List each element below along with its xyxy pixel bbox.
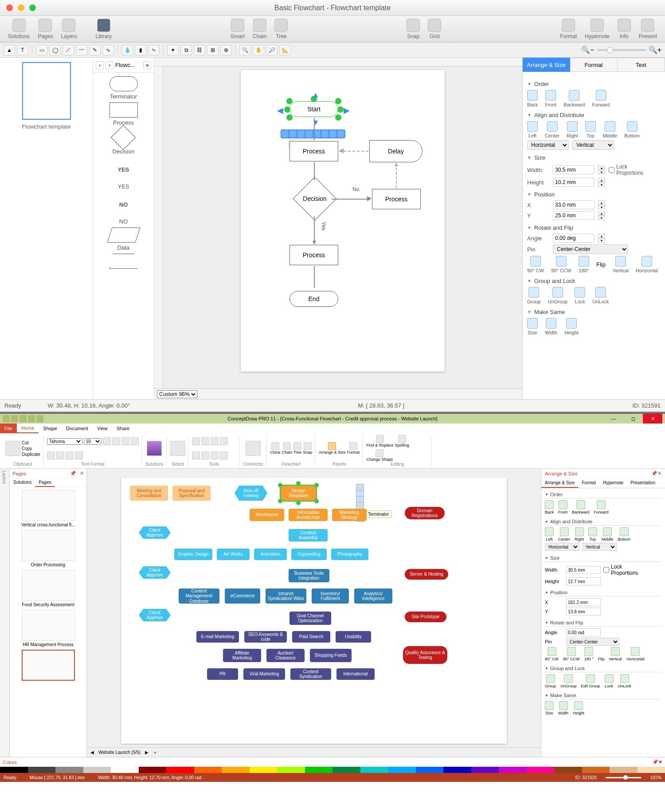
hypernote-button[interactable]: Hypernote — [582, 18, 612, 40]
node-prototype[interactable]: Site Prototype — [405, 612, 446, 622]
angle-input[interactable] — [566, 628, 601, 636]
rot-ccw[interactable]: 90° CCW — [563, 647, 580, 661]
same-size-button[interactable]: Size — [527, 318, 538, 335]
node-qa[interactable]: Quality Assurance & Testing — [403, 646, 447, 664]
stencil-decision[interactable]: Decision — [113, 129, 135, 155]
height-input[interactable] — [553, 178, 595, 187]
next-page-button[interactable]: ▶ — [145, 750, 149, 755]
align-center-button[interactable]: Center — [545, 121, 559, 138]
align-bottom-button[interactable]: Bottom — [624, 121, 640, 138]
height-input[interactable] — [566, 577, 601, 585]
pin-icon[interactable]: 📌 — [652, 759, 658, 765]
rot-180-button[interactable]: 180° — [579, 256, 589, 273]
step-up[interactable]: ▲ — [598, 200, 605, 205]
stencil-yes[interactable]: YESYES — [112, 157, 136, 190]
step-up[interactable]: ▲ — [598, 178, 605, 182]
qa-print-button[interactable] — [28, 415, 35, 422]
snap-button[interactable]: Snap — [404, 18, 422, 40]
close-button[interactable]: ✕ — [643, 414, 662, 424]
menu-home[interactable]: Home — [17, 424, 39, 433]
node-design-selected[interactable]: Design Templates — [281, 486, 316, 501]
chain-mode-tool[interactable]: ⛓ — [194, 45, 205, 55]
sel-handle[interactable] — [335, 114, 341, 121]
node-process[interactable]: Process — [289, 141, 338, 161]
connector-tool[interactable]: ⤷ — [148, 45, 160, 55]
extend-right-arrow[interactable]: ▶ — [344, 106, 350, 115]
sel-handle[interactable] — [296, 481, 301, 486]
node-intl[interactable]: International — [336, 668, 375, 680]
ungroup-button[interactable]: UnGroup — [560, 674, 577, 688]
rot-cw[interactable]: 90° CW — [545, 647, 559, 661]
step-down[interactable]: ▼ — [598, 170, 605, 174]
distribute-v-select[interactable]: Vertical — [572, 140, 614, 150]
wtab-arrange[interactable]: Arrange & Size — [541, 479, 578, 488]
node-delay[interactable]: Delay — [369, 140, 422, 162]
section-size[interactable]: Size — [527, 154, 661, 161]
y-input[interactable] — [566, 608, 601, 616]
format-panel-button[interactable] — [349, 442, 357, 450]
zoom-slider[interactable]: 🔍− 🔍+ — [581, 46, 661, 54]
dist-v[interactable]: Vertical — [582, 543, 617, 551]
ctx-shape-icon[interactable] — [289, 130, 297, 137]
flip-h[interactable]: Horizontal — [626, 647, 645, 661]
rot-cw-button[interactable]: 90° CW — [527, 256, 544, 273]
sel-handle[interactable] — [278, 499, 282, 503]
zoom-slider[interactable] — [606, 777, 641, 778]
qa-undo-button[interactable] — [11, 415, 18, 422]
fontsize-select[interactable]: 10 — [84, 438, 102, 445]
find-button[interactable] — [376, 435, 384, 443]
align-bottom-button[interactable]: Bottom — [618, 527, 631, 541]
sel-handle[interactable] — [286, 98, 293, 104]
sel-handle[interactable] — [337, 106, 344, 113]
group-button[interactable]: Group — [545, 674, 556, 688]
align-center-button[interactable]: Center — [558, 527, 570, 541]
text-tool[interactable]: T — [17, 45, 28, 55]
align-right-button[interactable]: Right — [575, 527, 584, 541]
wsection-order[interactable]: Order — [545, 492, 661, 498]
tree-button[interactable] — [293, 442, 301, 450]
section-position[interactable]: Position — [527, 191, 661, 198]
node-meeting[interactable]: Meeting and Consultation — [130, 486, 168, 501]
align-top-button[interactable]: Top — [588, 527, 597, 541]
line-tool[interactable]: ／ — [63, 45, 74, 55]
rot-ccw-button[interactable]: 90° CCW — [551, 256, 571, 273]
node-shopping[interactable]: Shopping Feeds — [310, 649, 352, 662]
zoom-out-icon[interactable]: 🔍− — [581, 46, 594, 54]
step-down[interactable]: ▼ — [598, 205, 605, 209]
node-email[interactable]: E-mail Marketing — [196, 631, 239, 643]
hand-tool[interactable]: ✋ — [253, 45, 264, 55]
wtab-presentation[interactable]: Presentation — [627, 479, 659, 488]
node-graphic-design[interactable]: Graphic Design — [174, 549, 212, 560]
node-ia[interactable]: Information Architecture — [289, 509, 328, 521]
spelling-button[interactable] — [398, 435, 406, 443]
node-gco[interactable]: Goal Channel Optimization — [289, 612, 331, 625]
node-pr[interactable]: PR — [207, 668, 238, 680]
node-artworks[interactable]: Art Works — [217, 549, 250, 560]
connector-button[interactable] — [246, 441, 261, 456]
unlock-button[interactable]: UnLock — [592, 287, 609, 304]
font-select[interactable]: Tahoma — [47, 438, 82, 445]
lock-proportions-checkbox[interactable] — [609, 167, 614, 173]
clone-tool[interactable]: ⧉ — [180, 45, 192, 55]
node-photography[interactable]: Photography — [331, 549, 368, 560]
layers-sidebar-tab[interactable]: Layers — [0, 469, 10, 757]
forward-button[interactable]: Forward — [594, 500, 609, 514]
x-input[interactable] — [553, 200, 595, 209]
lib-prev-button[interactable]: ‹ — [96, 61, 104, 69]
same-height-button[interactable]: Height — [573, 701, 584, 715]
eyedrop-tool[interactable] — [211, 451, 219, 459]
node-inventory[interactable]: Inventory/ Fulfilment — [312, 588, 349, 604]
zoom-window-button[interactable] — [29, 4, 36, 11]
menu-file[interactable]: File — [0, 424, 17, 433]
ruler-tool[interactable]: 📐 — [279, 45, 291, 55]
backward-button[interactable]: Backward — [572, 500, 590, 514]
step-up[interactable]: ▲ — [598, 211, 605, 216]
menu-shape[interactable]: Shape — [39, 424, 62, 433]
fill-tool[interactable] — [220, 451, 228, 459]
ctx-shape-icon[interactable] — [305, 130, 313, 137]
node-affiliate[interactable]: Affiliate Marketing — [223, 649, 261, 662]
page-item-3[interactable]: Food Security Assessment — [12, 570, 84, 607]
stencil-no[interactable]: NONO — [112, 192, 136, 225]
drawing-page[interactable]: Start ▲ ▼ ◀ ▶ — [241, 70, 445, 372]
tab-pages[interactable]: Pages — [35, 479, 55, 487]
